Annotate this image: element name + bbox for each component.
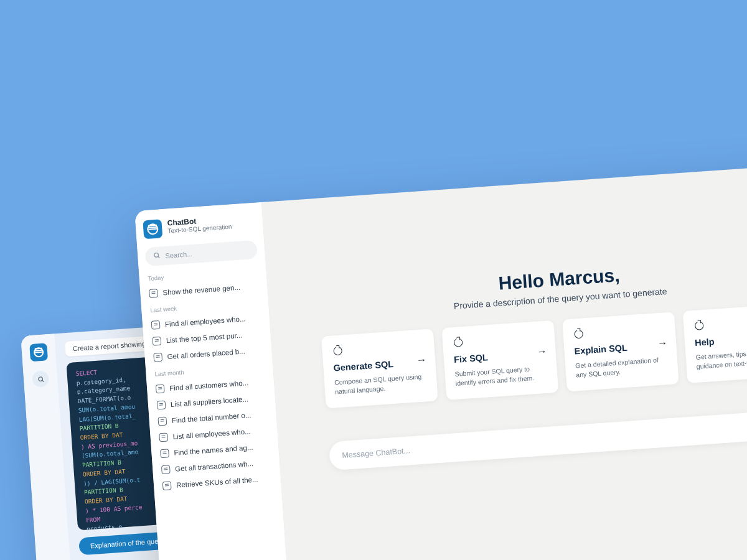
action-card[interactable]: Generate SQL→Compose an SQL query using … [321, 329, 438, 409]
history-item-label: List the top 5 most pur... [166, 332, 242, 345]
chat-icon [159, 432, 168, 442]
action-cards-row: Generate SQL→Compose an SQL query using … [321, 303, 747, 409]
history-item-label: Get all transactions wh... [175, 460, 253, 473]
chat-icon [157, 401, 166, 410]
action-card[interactable]: Fix SQL→Submit your SQL query to identif… [442, 320, 559, 401]
action-card[interactable]: Explain SQL→Get a detailed explanation o… [562, 312, 679, 392]
database-icon [29, 343, 48, 362]
search-icon[interactable] [32, 370, 49, 388]
card-title: Generate SQL [333, 357, 426, 373]
svg-point-0 [38, 376, 42, 381]
history-list: TodayShow the revenue gen...Last weekFin… [146, 268, 273, 495]
history-item-label: Find all customers who... [169, 379, 249, 392]
history-item-label: List all suppliers locate... [171, 395, 249, 408]
explanation-button[interactable]: Explanation of the que [78, 531, 170, 555]
history-item-label: Find the total number o... [171, 411, 251, 424]
arrow-right-icon: → [657, 337, 667, 349]
history-item-label: Show the revenue gen... [162, 284, 240, 297]
card-description: Get answers, tips, and guidance on text-… [695, 347, 747, 372]
chat-icon [161, 465, 171, 474]
database-icon [143, 219, 162, 239]
card-description: Get a detailed explanation of any SQL qu… [575, 355, 669, 380]
refresh-icon [573, 328, 585, 340]
card-title: Fix SQL [454, 348, 547, 365]
chat-icon [151, 320, 161, 330]
refresh-icon [453, 337, 464, 348]
history-item[interactable]: Show the revenue gen... [148, 278, 260, 302]
chat-icon [156, 385, 165, 394]
history-item-label: Find the names and ag... [174, 444, 253, 457]
refresh-icon [693, 320, 705, 332]
svg-line-3 [158, 256, 160, 258]
card-description: Submit your SQL query to identify errors… [454, 363, 548, 389]
refresh-icon [332, 345, 344, 357]
arrow-right-icon: → [416, 354, 426, 366]
history-item-label: Get all orders placed b... [167, 347, 245, 360]
chat-icon [153, 353, 162, 362]
arrow-right-icon: → [537, 346, 547, 358]
chat-icon [149, 289, 158, 298]
back-tab[interactable]: Create a report showing [65, 335, 154, 357]
action-card[interactable]: Help→Get answers, tips, and guidance on … [683, 304, 747, 384]
main-panel: Hello Marcus, Provide a description of t… [262, 164, 747, 560]
prompt-bar[interactable] [329, 404, 747, 470]
search-icon [153, 251, 161, 261]
history-item-label: Retrieve SKUs of all the... [176, 475, 258, 488]
history-item-label: Find all employees who... [165, 315, 246, 328]
chat-icon [160, 449, 169, 458]
card-description: Compose an SQL query using natural langu… [334, 371, 428, 397]
card-title: Help [695, 332, 747, 348]
chat-icon [152, 337, 161, 346]
svg-line-1 [42, 380, 44, 382]
chat-icon [162, 481, 172, 490]
prompt-input[interactable] [342, 416, 747, 460]
search-input[interactable] [165, 246, 250, 259]
svg-point-2 [154, 253, 159, 257]
card-title: Explain SQL [574, 340, 667, 356]
history-item-label: List all employees who... [172, 427, 251, 441]
chat-app-window: ChatBot Text-to-SQL generation TodayShow… [134, 164, 747, 560]
search-input-wrapper[interactable] [144, 240, 258, 266]
app-header: ChatBot Text-to-SQL generation [143, 213, 256, 239]
chat-icon [157, 416, 167, 426]
